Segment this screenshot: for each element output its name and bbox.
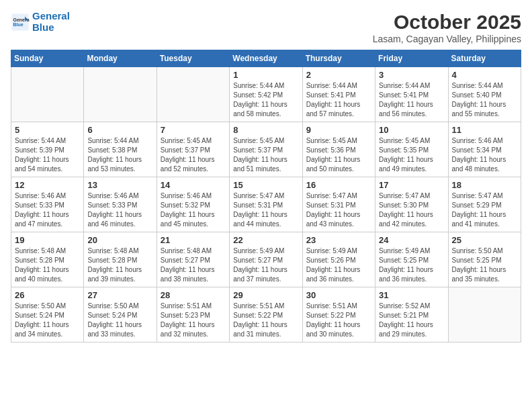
cell-info: Sunrise: 5:50 AM Sunset: 5:24 PM Dayligh… xyxy=(15,302,80,339)
calendar-cell: 28Sunrise: 5:51 AM Sunset: 5:23 PM Dayli… xyxy=(157,287,229,342)
cell-info: Sunrise: 5:44 AM Sunset: 5:40 PM Dayligh… xyxy=(452,81,517,119)
cell-day-number: 10 xyxy=(379,125,444,135)
header-tuesday: Tuesday xyxy=(157,50,229,67)
cell-info: Sunrise: 5:50 AM Sunset: 5:25 PM Dayligh… xyxy=(452,246,517,284)
cell-info: Sunrise: 5:46 AM Sunset: 5:32 PM Dayligh… xyxy=(161,191,226,229)
cell-day-number: 31 xyxy=(379,290,444,300)
calendar-cell: 4Sunrise: 5:44 AM Sunset: 5:40 PM Daylig… xyxy=(448,67,521,122)
calendar-cell: 7Sunrise: 5:45 AM Sunset: 5:37 PM Daylig… xyxy=(157,122,229,177)
calendar-subtitle: Lasam, Cagayan Valley, Philippines xyxy=(373,34,521,44)
logo-icon: General Blue xyxy=(11,13,30,32)
calendar-cell: 23Sunrise: 5:49 AM Sunset: 5:26 PM Dayli… xyxy=(302,232,375,287)
calendar-cell: 30Sunrise: 5:51 AM Sunset: 5:22 PM Dayli… xyxy=(302,287,375,342)
calendar-cell: 24Sunrise: 5:49 AM Sunset: 5:25 PM Dayli… xyxy=(375,232,448,287)
calendar-cell: 17Sunrise: 5:47 AM Sunset: 5:30 PM Dayli… xyxy=(375,177,448,232)
cell-info: Sunrise: 5:51 AM Sunset: 5:23 PM Dayligh… xyxy=(161,302,226,339)
calendar-cell: 29Sunrise: 5:51 AM Sunset: 5:22 PM Dayli… xyxy=(230,287,302,342)
title-area: October 2025 Lasam, Cagayan Valley, Phil… xyxy=(373,11,521,44)
calendar-cell: 2Sunrise: 5:44 AM Sunset: 5:41 PM Daylig… xyxy=(302,67,375,122)
cell-info: Sunrise: 5:47 AM Sunset: 5:29 PM Dayligh… xyxy=(452,191,517,229)
cell-info: Sunrise: 5:44 AM Sunset: 5:41 PM Dayligh… xyxy=(306,81,371,119)
cell-day-number: 29 xyxy=(233,290,298,300)
cell-day-number: 6 xyxy=(87,125,152,135)
calendar-cell: 20Sunrise: 5:48 AM Sunset: 5:28 PM Dayli… xyxy=(84,232,157,287)
logo: General Blue General Blue xyxy=(11,11,70,33)
cell-day-number: 18 xyxy=(452,180,517,190)
cell-day-number: 13 xyxy=(87,180,152,190)
cell-day-number: 30 xyxy=(306,290,371,300)
calendar-cell: 21Sunrise: 5:48 AM Sunset: 5:27 PM Dayli… xyxy=(157,232,229,287)
cell-info: Sunrise: 5:52 AM Sunset: 5:21 PM Dayligh… xyxy=(379,302,444,339)
cell-day-number: 27 xyxy=(87,290,152,300)
cell-day-number: 1 xyxy=(233,70,298,80)
cell-day-number: 19 xyxy=(15,235,80,245)
cell-day-number: 22 xyxy=(233,235,298,245)
cell-day-number: 7 xyxy=(161,125,226,135)
cell-day-number: 25 xyxy=(452,235,517,245)
cell-day-number: 24 xyxy=(379,235,444,245)
cell-info: Sunrise: 5:47 AM Sunset: 5:31 PM Dayligh… xyxy=(233,191,298,229)
logo-text: General Blue xyxy=(32,11,70,33)
calendar-cell: 31Sunrise: 5:52 AM Sunset: 5:21 PM Dayli… xyxy=(375,287,448,342)
cell-day-number: 12 xyxy=(15,180,80,190)
cell-info: Sunrise: 5:49 AM Sunset: 5:25 PM Dayligh… xyxy=(379,246,444,284)
cell-info: Sunrise: 5:47 AM Sunset: 5:31 PM Dayligh… xyxy=(306,191,371,229)
calendar-cell: 27Sunrise: 5:50 AM Sunset: 5:24 PM Dayli… xyxy=(84,287,157,342)
cell-day-number: 20 xyxy=(87,235,152,245)
calendar-cell: 11Sunrise: 5:46 AM Sunset: 5:34 PM Dayli… xyxy=(448,122,521,177)
cell-day-number: 14 xyxy=(161,180,226,190)
calendar-cell: 5Sunrise: 5:44 AM Sunset: 5:39 PM Daylig… xyxy=(11,122,84,177)
cell-day-number: 26 xyxy=(15,290,80,300)
cell-info: Sunrise: 5:46 AM Sunset: 5:33 PM Dayligh… xyxy=(15,191,80,229)
calendar-cell xyxy=(157,67,229,122)
cell-day-number: 17 xyxy=(379,180,444,190)
cell-day-number: 3 xyxy=(379,70,444,80)
calendar-table: SundayMondayTuesdayWednesdayThursdayFrid… xyxy=(11,50,521,342)
calendar-cell: 13Sunrise: 5:46 AM Sunset: 5:33 PM Dayli… xyxy=(84,177,157,232)
week-row-4: 26Sunrise: 5:50 AM Sunset: 5:24 PM Dayli… xyxy=(11,287,521,342)
calendar-cell: 14Sunrise: 5:46 AM Sunset: 5:32 PM Dayli… xyxy=(157,177,229,232)
cell-day-number: 9 xyxy=(306,125,371,135)
cell-day-number: 5 xyxy=(15,125,80,135)
calendar-cell: 26Sunrise: 5:50 AM Sunset: 5:24 PM Dayli… xyxy=(11,287,84,342)
calendar-cell: 19Sunrise: 5:48 AM Sunset: 5:28 PM Dayli… xyxy=(11,232,84,287)
cell-day-number: 8 xyxy=(233,125,298,135)
calendar-cell: 22Sunrise: 5:49 AM Sunset: 5:27 PM Dayli… xyxy=(230,232,302,287)
week-row-1: 5Sunrise: 5:44 AM Sunset: 5:39 PM Daylig… xyxy=(11,122,521,177)
week-row-2: 12Sunrise: 5:46 AM Sunset: 5:33 PM Dayli… xyxy=(11,177,521,232)
cell-day-number: 2 xyxy=(306,70,371,80)
cell-info: Sunrise: 5:51 AM Sunset: 5:22 PM Dayligh… xyxy=(306,302,371,339)
calendar-cell xyxy=(84,67,157,122)
calendar-cell: 25Sunrise: 5:50 AM Sunset: 5:25 PM Dayli… xyxy=(448,232,521,287)
cell-day-number: 23 xyxy=(306,235,371,245)
header-monday: Monday xyxy=(84,50,157,67)
calendar-cell: 8Sunrise: 5:45 AM Sunset: 5:37 PM Daylig… xyxy=(230,122,302,177)
cell-day-number: 16 xyxy=(306,180,371,190)
cell-info: Sunrise: 5:47 AM Sunset: 5:30 PM Dayligh… xyxy=(379,191,444,229)
cell-info: Sunrise: 5:45 AM Sunset: 5:37 PM Dayligh… xyxy=(233,136,298,174)
calendar-cell: 16Sunrise: 5:47 AM Sunset: 5:31 PM Dayli… xyxy=(302,177,375,232)
calendar-cell: 3Sunrise: 5:44 AM Sunset: 5:41 PM Daylig… xyxy=(375,67,448,122)
cell-info: Sunrise: 5:49 AM Sunset: 5:27 PM Dayligh… xyxy=(233,246,298,284)
cell-day-number: 11 xyxy=(452,125,517,135)
cell-info: Sunrise: 5:45 AM Sunset: 5:36 PM Dayligh… xyxy=(306,136,371,174)
cell-info: Sunrise: 5:44 AM Sunset: 5:41 PM Dayligh… xyxy=(379,81,444,119)
calendar-cell: 12Sunrise: 5:46 AM Sunset: 5:33 PM Dayli… xyxy=(11,177,84,232)
calendar-cell: 1Sunrise: 5:44 AM Sunset: 5:42 PM Daylig… xyxy=(230,67,302,122)
calendar-cell: 6Sunrise: 5:44 AM Sunset: 5:38 PM Daylig… xyxy=(84,122,157,177)
cell-info: Sunrise: 5:48 AM Sunset: 5:28 PM Dayligh… xyxy=(87,246,152,284)
calendar-title: October 2025 xyxy=(373,11,521,34)
cell-info: Sunrise: 5:49 AM Sunset: 5:26 PM Dayligh… xyxy=(306,246,371,284)
header-friday: Friday xyxy=(375,50,448,67)
header-saturday: Saturday xyxy=(448,50,521,67)
cell-info: Sunrise: 5:44 AM Sunset: 5:38 PM Dayligh… xyxy=(87,136,152,174)
header-wednesday: Wednesday xyxy=(230,50,302,67)
cell-info: Sunrise: 5:45 AM Sunset: 5:35 PM Dayligh… xyxy=(379,136,444,174)
header: General Blue General Blue October 2025 L… xyxy=(11,11,521,44)
calendar-cell xyxy=(11,67,84,122)
cell-info: Sunrise: 5:50 AM Sunset: 5:24 PM Dayligh… xyxy=(87,302,152,339)
svg-text:Blue: Blue xyxy=(13,22,24,27)
cell-info: Sunrise: 5:48 AM Sunset: 5:27 PM Dayligh… xyxy=(161,246,226,284)
cell-info: Sunrise: 5:45 AM Sunset: 5:37 PM Dayligh… xyxy=(161,136,226,174)
calendar-cell: 9Sunrise: 5:45 AM Sunset: 5:36 PM Daylig… xyxy=(302,122,375,177)
